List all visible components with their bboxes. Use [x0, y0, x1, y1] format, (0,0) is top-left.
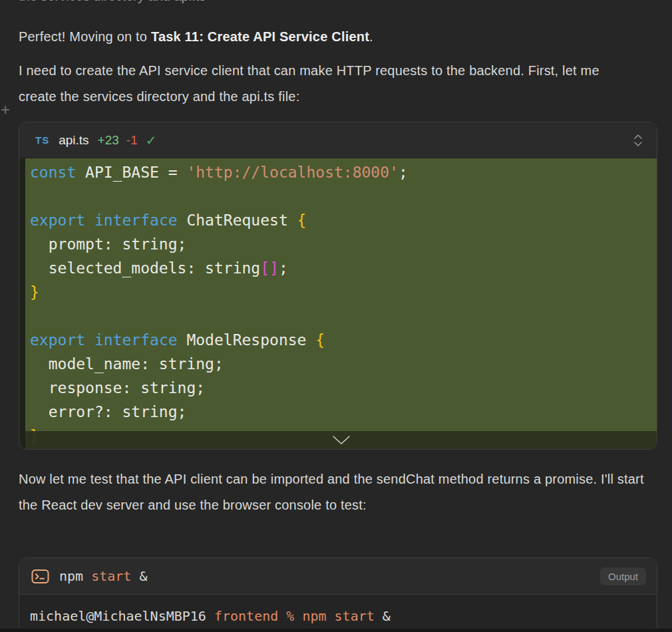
code-line: const API_BASE = 'http://localhost:8000'…: [30, 160, 657, 184]
code-line: error?: string;: [30, 400, 657, 424]
typescript-file-icon: TS: [35, 134, 49, 146]
code-filename: api.ts: [59, 133, 88, 148]
code-expand-footer[interactable]: [25, 431, 657, 450]
code-line: export interface ModelResponse {: [30, 328, 657, 352]
code-line: }: [30, 280, 657, 304]
paragraph-test-client: Now let me test that the API client can …: [19, 466, 656, 518]
code-block-card: TS api.ts +23 -1 ✓ const API_BASE = 'htt…: [19, 122, 657, 450]
chevron-down-icon: [333, 436, 350, 445]
code-editor-area: const API_BASE = 'http://localhost:8000'…: [19, 158, 657, 450]
terminal-output-line: michael@MichaelNsMBP16 frontend % npm st…: [30, 608, 391, 624]
code-line: selected_models: string[];: [30, 256, 657, 280]
code-block-header: TS api.ts +23 -1 ✓: [19, 122, 657, 158]
check-icon: ✓: [146, 132, 157, 148]
code-line: [30, 184, 657, 208]
intro-paragraph: Perfect! Moving on to Task 11: Create AP…: [19, 24, 651, 50]
paragraph-create-services: I need to create the API service client …: [19, 58, 637, 110]
terminal-header: npm start & Output: [19, 558, 657, 595]
code-line: [30, 304, 657, 328]
bottom-edge-strip: [0, 629, 672, 632]
terminal-card: npm start & Output michael@MichaelNsMBP1…: [19, 557, 657, 632]
code-line: prompt: string;: [30, 232, 657, 256]
terminal-command: npm start &: [59, 568, 147, 584]
task-title: Task 11: Create API Service Client: [151, 29, 369, 44]
code-content[interactable]: const API_BASE = 'http://localhost:8000'…: [30, 160, 657, 448]
diff-deletions-count: -1: [126, 133, 138, 148]
diff-additions-count: +23: [98, 133, 119, 148]
output-badge[interactable]: Output: [600, 567, 646, 585]
terminal-output: michael@MichaelNsMBP16 frontend % npm st…: [19, 595, 657, 632]
code-line: export interface ChatRequest {: [30, 208, 657, 232]
expand-collapse-icon[interactable]: [633, 133, 643, 148]
code-line: model_name: string;: [30, 352, 657, 376]
terminal-icon: [31, 569, 49, 584]
code-line: response: string;: [30, 376, 657, 400]
plus-cursor-glyph: +: [1, 102, 10, 118]
clipped-top-line: the services directory and api.ts: [19, 0, 365, 6]
